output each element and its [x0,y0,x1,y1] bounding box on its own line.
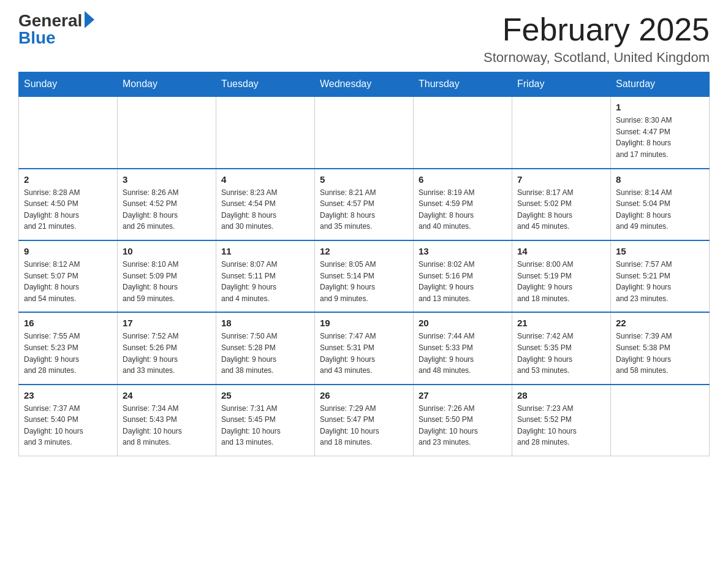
logo-blue: Blue [18,29,56,47]
calendar-cell [19,96,118,168]
day-info: Sunrise: 8:07 AM Sunset: 5:11 PM Dayligh… [221,259,309,304]
calendar-cell: 13Sunrise: 8:02 AM Sunset: 5:16 PM Dayli… [414,240,512,312]
calendar-cell [512,96,611,168]
calendar-cell: 8Sunrise: 8:14 AM Sunset: 5:04 PM Daylig… [611,169,710,240]
page-header: General Blue February 2025 Stornoway, Sc… [18,12,710,66]
calendar-week-row: 23Sunrise: 7:37 AM Sunset: 5:40 PM Dayli… [19,385,710,456]
calendar-cell: 7Sunrise: 8:17 AM Sunset: 5:02 PM Daylig… [512,169,611,240]
calendar-cell: 26Sunrise: 7:29 AM Sunset: 5:47 PM Dayli… [315,385,414,456]
day-info: Sunrise: 8:23 AM Sunset: 4:54 PM Dayligh… [221,187,309,232]
day-number: 12 [320,246,408,256]
weekday-header-wednesday: Wednesday [315,72,414,97]
day-number: 25 [221,390,309,400]
day-number: 11 [221,246,309,256]
calendar-cell: 25Sunrise: 7:31 AM Sunset: 5:45 PM Dayli… [216,385,315,456]
day-number: 26 [320,390,408,400]
calendar-cell: 23Sunrise: 7:37 AM Sunset: 5:40 PM Dayli… [19,385,118,456]
weekday-header-monday: Monday [118,72,216,97]
day-info: Sunrise: 7:44 AM Sunset: 5:33 PM Dayligh… [419,331,507,376]
day-number: 8 [616,174,704,185]
day-number: 2 [24,174,112,185]
calendar-cell: 12Sunrise: 8:05 AM Sunset: 5:14 PM Dayli… [315,240,414,312]
calendar-cell: 14Sunrise: 8:00 AM Sunset: 5:19 PM Dayli… [512,240,611,312]
day-number: 17 [123,318,211,328]
day-info: Sunrise: 7:42 AM Sunset: 5:35 PM Dayligh… [517,331,605,376]
calendar-cell [414,96,512,168]
logo-general: General [18,12,82,29]
day-info: Sunrise: 8:28 AM Sunset: 4:50 PM Dayligh… [24,187,112,232]
day-number: 20 [419,318,507,328]
day-info: Sunrise: 7:47 AM Sunset: 5:31 PM Dayligh… [320,331,408,376]
calendar-cell: 3Sunrise: 8:26 AM Sunset: 4:52 PM Daylig… [118,169,216,240]
calendar-cell: 17Sunrise: 7:52 AM Sunset: 5:26 PM Dayli… [118,312,216,384]
day-number: 13 [419,246,507,256]
weekday-header-sunday: Sunday [19,72,118,97]
day-info: Sunrise: 7:37 AM Sunset: 5:40 PM Dayligh… [24,403,112,448]
day-info: Sunrise: 7:29 AM Sunset: 5:47 PM Dayligh… [320,403,408,448]
day-info: Sunrise: 7:34 AM Sunset: 5:43 PM Dayligh… [123,403,211,448]
day-info: Sunrise: 7:50 AM Sunset: 5:28 PM Dayligh… [221,331,309,376]
day-number: 6 [419,174,507,185]
title-section: February 2025 Stornoway, Scotland, Unite… [483,12,710,66]
day-info: Sunrise: 8:00 AM Sunset: 5:19 PM Dayligh… [517,259,605,304]
day-info: Sunrise: 8:12 AM Sunset: 5:07 PM Dayligh… [24,259,112,304]
day-info: Sunrise: 8:19 AM Sunset: 4:59 PM Dayligh… [419,187,507,232]
day-number: 4 [221,174,309,185]
calendar-cell [118,96,216,168]
day-number: 15 [616,246,704,256]
calendar-cell: 5Sunrise: 8:21 AM Sunset: 4:57 PM Daylig… [315,169,414,240]
day-info: Sunrise: 8:02 AM Sunset: 5:16 PM Dayligh… [419,259,507,304]
day-number: 28 [517,390,605,400]
day-number: 10 [123,246,211,256]
day-number: 7 [517,174,605,185]
calendar-week-row: 9Sunrise: 8:12 AM Sunset: 5:07 PM Daylig… [19,240,710,312]
calendar-cell: 28Sunrise: 7:23 AM Sunset: 5:52 PM Dayli… [512,385,611,456]
calendar-cell: 21Sunrise: 7:42 AM Sunset: 5:35 PM Dayli… [512,312,611,384]
day-number: 3 [123,174,211,185]
calendar-week-row: 16Sunrise: 7:55 AM Sunset: 5:23 PM Dayli… [19,312,710,384]
weekday-header-friday: Friday [512,72,611,97]
day-number: 14 [517,246,605,256]
day-number: 9 [24,246,112,256]
calendar-cell: 22Sunrise: 7:39 AM Sunset: 5:38 PM Dayli… [611,312,710,384]
day-info: Sunrise: 8:26 AM Sunset: 4:52 PM Dayligh… [123,187,211,232]
weekday-header-saturday: Saturday [611,72,710,97]
calendar-cell: 6Sunrise: 8:19 AM Sunset: 4:59 PM Daylig… [414,169,512,240]
day-info: Sunrise: 7:23 AM Sunset: 5:52 PM Dayligh… [517,403,605,448]
calendar-cell [611,385,710,456]
day-info: Sunrise: 8:30 AM Sunset: 4:47 PM Dayligh… [616,115,704,160]
calendar-cell: 19Sunrise: 7:47 AM Sunset: 5:31 PM Dayli… [315,312,414,384]
calendar-cell: 18Sunrise: 7:50 AM Sunset: 5:28 PM Dayli… [216,312,315,384]
location-subtitle: Stornoway, Scotland, United Kingdom [483,50,710,66]
day-info: Sunrise: 8:10 AM Sunset: 5:09 PM Dayligh… [123,259,211,304]
calendar-cell: 1Sunrise: 8:30 AM Sunset: 4:47 PM Daylig… [611,96,710,168]
day-info: Sunrise: 8:21 AM Sunset: 4:57 PM Dayligh… [320,187,408,232]
day-info: Sunrise: 8:14 AM Sunset: 5:04 PM Dayligh… [616,187,704,232]
month-title: February 2025 [483,12,710,47]
day-number: 19 [320,318,408,328]
day-number: 5 [320,174,408,185]
calendar-cell: 4Sunrise: 8:23 AM Sunset: 4:54 PM Daylig… [216,169,315,240]
calendar-cell [315,96,414,168]
calendar-header-row: SundayMondayTuesdayWednesdayThursdayFrid… [19,72,710,97]
calendar-cell: 11Sunrise: 8:07 AM Sunset: 5:11 PM Dayli… [216,240,315,312]
day-info: Sunrise: 7:52 AM Sunset: 5:26 PM Dayligh… [123,331,211,376]
day-number: 23 [24,390,112,400]
calendar-cell: 20Sunrise: 7:44 AM Sunset: 5:33 PM Dayli… [414,312,512,384]
day-info: Sunrise: 8:17 AM Sunset: 5:02 PM Dayligh… [517,187,605,232]
day-number: 16 [24,318,112,328]
calendar-cell: 2Sunrise: 8:28 AM Sunset: 4:50 PM Daylig… [19,169,118,240]
logo-triangle-icon [85,11,94,28]
day-info: Sunrise: 7:57 AM Sunset: 5:21 PM Dayligh… [616,259,704,304]
calendar-cell [216,96,315,168]
calendar-cell: 27Sunrise: 7:26 AM Sunset: 5:50 PM Dayli… [414,385,512,456]
calendar-cell: 10Sunrise: 8:10 AM Sunset: 5:09 PM Dayli… [118,240,216,312]
day-info: Sunrise: 7:39 AM Sunset: 5:38 PM Dayligh… [616,331,704,376]
weekday-header-tuesday: Tuesday [216,72,315,97]
day-info: Sunrise: 7:55 AM Sunset: 5:23 PM Dayligh… [24,331,112,376]
calendar-cell: 16Sunrise: 7:55 AM Sunset: 5:23 PM Dayli… [19,312,118,384]
calendar-cell: 15Sunrise: 7:57 AM Sunset: 5:21 PM Dayli… [611,240,710,312]
calendar-cell: 9Sunrise: 8:12 AM Sunset: 5:07 PM Daylig… [19,240,118,312]
day-number: 22 [616,318,704,328]
day-number: 21 [517,318,605,328]
